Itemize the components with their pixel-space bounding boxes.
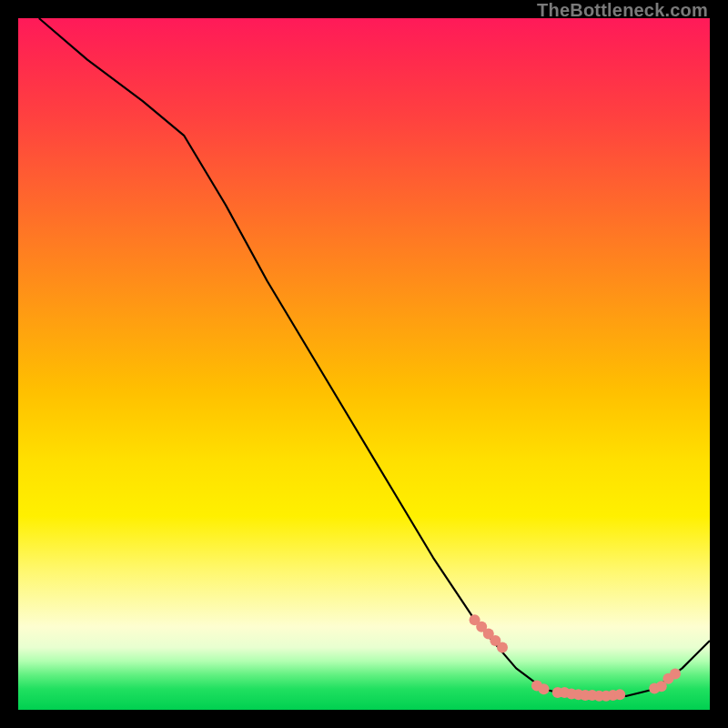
- series-markers: [470, 614, 681, 702]
- curve-line: [39, 18, 710, 696]
- chart-svg: [18, 18, 710, 710]
- marker-dot: [670, 669, 681, 680]
- marker-dot: [614, 689, 625, 700]
- chart-frame: TheBottleneck.com: [0, 0, 728, 728]
- marker-dot: [539, 683, 550, 694]
- marker-dot: [497, 642, 508, 653]
- series-curve: [39, 18, 710, 696]
- plot-area: [18, 18, 710, 710]
